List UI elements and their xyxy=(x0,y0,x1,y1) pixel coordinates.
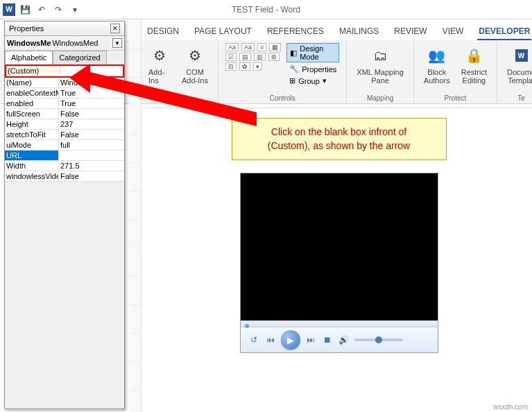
media-player-control[interactable]: ↺ ⏮ ▶ ⏭ ⏹ 🔊 xyxy=(240,173,438,353)
volume-slider[interactable] xyxy=(354,338,403,341)
document-canvas: Click on the blank box infront of (Custo… xyxy=(146,108,532,412)
tab-page-layout[interactable]: PAGE LAYOUT xyxy=(193,24,253,40)
redo-icon[interactable]: ↷ xyxy=(51,3,65,17)
content-controls-row2[interactable]: ☑▤▥⊞ xyxy=(225,53,281,61)
prop-value[interactable]: 237 xyxy=(59,119,124,129)
tab-developer[interactable]: DEVELOPER xyxy=(477,24,531,40)
tab-references[interactable]: REFERENCES xyxy=(266,24,325,40)
design-mode-button[interactable]: ◧Design Mode xyxy=(286,43,339,62)
com-addins-label: COM Add-Ins xyxy=(182,68,208,85)
property-row[interactable]: enableContextMTrue xyxy=(5,88,124,98)
xml-mapping-button[interactable]: 🗂 XML Mapping Pane xyxy=(354,43,406,86)
prop-value[interactable]: False xyxy=(59,171,124,181)
stop-icon[interactable]: ⏹ xyxy=(321,334,334,346)
annotation-callout: Click on the blank box infront of (Custo… xyxy=(232,118,447,160)
property-row[interactable]: windowlessVideoFalse xyxy=(5,171,124,182)
close-icon[interactable]: ✕ xyxy=(110,24,120,33)
properties-header: Properties ✕ xyxy=(5,22,124,36)
properties-panel: Properties ✕ WindowsMe WindowsMed ▼ Alph… xyxy=(4,21,125,409)
tab-review[interactable]: REVIEW xyxy=(393,24,428,40)
shuffle-icon[interactable]: ↺ xyxy=(248,334,260,346)
content-controls-row3[interactable]: ⊟✿▾ xyxy=(225,62,281,71)
seek-bar[interactable] xyxy=(241,320,438,327)
prop-value[interactable]: False xyxy=(59,130,124,139)
prop-name: stretchToFit xyxy=(5,130,59,139)
prop-value[interactable] xyxy=(59,151,124,160)
document-template-icon: W xyxy=(510,44,532,67)
property-grid: (Name)WindowsMedia enableContextMTrue en… xyxy=(5,78,124,182)
group-template: W Docume Templat Te xyxy=(497,40,532,103)
property-row[interactable]: stretchToFitFalse xyxy=(5,130,124,140)
prop-name: enabled xyxy=(5,98,59,108)
object-name: WindowsMe xyxy=(7,39,51,47)
video-area xyxy=(241,173,438,320)
tab-categorized[interactable]: Categorized xyxy=(53,51,106,65)
content-controls-row1[interactable]: AaAa≡▦ xyxy=(225,43,281,51)
addins-label: Add-Ins xyxy=(148,68,171,85)
property-row-custom[interactable]: (Custom) xyxy=(6,66,123,76)
play-button[interactable]: ▶ xyxy=(281,330,300,350)
block-authors-label: Block Authors xyxy=(424,68,450,85)
prop-value[interactable]: 271.5 xyxy=(59,161,124,171)
block-authors-icon: 👥 xyxy=(426,44,448,67)
group-controls: AaAa≡▦ ☑▤▥⊞ ⊟✿▾ ◧Design Mode 🔧Properties… xyxy=(218,40,347,103)
restrict-editing-button[interactable]: 🔒 Restrict Editing xyxy=(458,43,490,86)
chevron-down-icon[interactable]: ▼ xyxy=(112,38,122,48)
property-row[interactable]: Height237 xyxy=(5,119,124,130)
control-properties-button[interactable]: 🔧Properties xyxy=(286,64,339,74)
callout-line2: (Custom), as shown by the arrow xyxy=(243,139,435,153)
addins-button[interactable]: ⚙ Add-Ins xyxy=(146,43,173,86)
restrict-editing-icon: 🔒 xyxy=(463,44,485,67)
title-bar: W 💾 ↶ ↷ ▾ TEST Field - Word xyxy=(0,0,532,19)
media-controls: ↺ ⏮ ▶ ⏭ ⏹ 🔊 xyxy=(241,327,438,352)
group-protect-label: Protect xyxy=(445,93,467,102)
xml-mapping-label: XML Mapping Pane xyxy=(357,68,403,85)
save-icon[interactable]: 💾 xyxy=(18,3,32,17)
prop-value[interactable]: WindowsMedia xyxy=(59,78,124,87)
group-button[interactable]: ⊞Group ▾ xyxy=(286,76,339,86)
property-grid-highlighted: (Custom) xyxy=(5,65,124,78)
vertical-ruler xyxy=(129,21,141,412)
property-row[interactable]: (Name)WindowsMedia xyxy=(5,78,124,88)
callout-line1: Click on the blank box infront of xyxy=(243,126,435,139)
prop-name: fullScreen xyxy=(5,109,59,119)
group-mapping-label: Mapping xyxy=(367,93,393,102)
tab-mailings[interactable]: MAILINGS xyxy=(338,24,380,40)
group-template-label: Te xyxy=(517,93,525,102)
property-row[interactable]: enabledTrue xyxy=(5,98,124,109)
property-row[interactable]: Width271.5 xyxy=(5,161,124,171)
property-row-url[interactable]: URL xyxy=(5,151,124,161)
prev-icon[interactable]: ⏮ xyxy=(264,334,277,346)
word-app-icon: W xyxy=(3,3,15,16)
undo-icon[interactable]: ↶ xyxy=(35,3,49,17)
com-addins-button[interactable]: ⚙ COM Add-Ins xyxy=(179,43,211,86)
properties-title: Properties xyxy=(9,24,44,33)
prop-value[interactable]: full xyxy=(59,140,124,150)
object-type: WindowsMed xyxy=(52,39,111,47)
next-icon[interactable]: ⏭ xyxy=(304,334,317,346)
addins-icon: ⚙ xyxy=(148,44,171,67)
prop-value[interactable]: False xyxy=(59,109,124,119)
property-row[interactable]: uiModefull xyxy=(5,140,124,151)
object-selector[interactable]: WindowsMe WindowsMed ▼ xyxy=(5,36,124,51)
tab-design[interactable]: DESIGN xyxy=(146,24,180,40)
property-row[interactable]: fullScreenFalse xyxy=(5,109,124,119)
properties-icon: 🔧 xyxy=(289,65,299,74)
document-template-button[interactable]: W Docume Templat xyxy=(504,43,532,86)
prop-value[interactable]: True xyxy=(59,88,124,98)
prop-value[interactable] xyxy=(60,66,123,76)
com-addins-icon: ⚙ xyxy=(184,44,206,67)
block-authors-button[interactable]: 👥 Block Authors xyxy=(421,43,453,86)
group-controls-label: Controls xyxy=(270,93,295,102)
prop-name: enableContextM xyxy=(5,88,59,98)
document-title: TEST Field - Word xyxy=(232,5,300,15)
prop-name: windowlessVideo xyxy=(5,171,59,181)
volume-icon[interactable]: 🔊 xyxy=(338,334,350,346)
tab-alphabetic[interactable]: Alphabetic xyxy=(5,51,53,65)
qat-dropdown-icon[interactable]: ▾ xyxy=(68,3,82,17)
restrict-editing-label: Restrict Editing xyxy=(461,68,487,85)
watermark: wsxdn.com xyxy=(493,403,528,411)
tab-view[interactable]: VIEW xyxy=(441,24,465,40)
group-icon: ⊞ xyxy=(289,76,295,85)
prop-value[interactable]: True xyxy=(59,98,124,108)
